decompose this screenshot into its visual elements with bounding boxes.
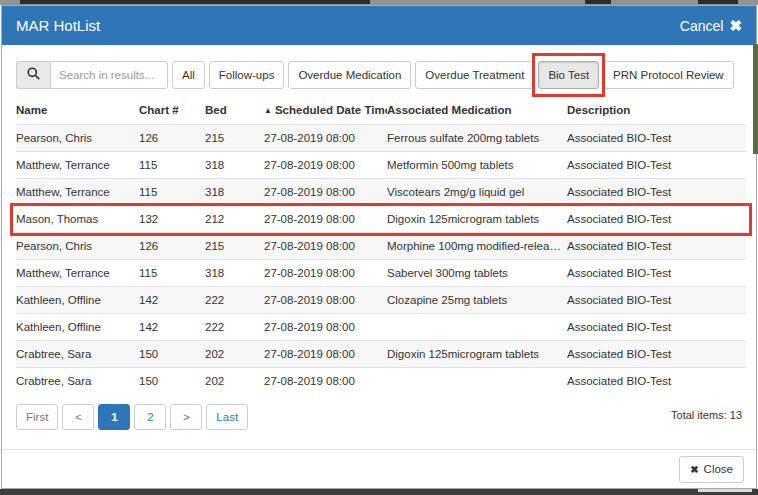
filter-button-follow-ups[interactable]: Follow-ups (209, 61, 285, 89)
cell-medication (387, 314, 567, 341)
cell-medication: Metformin 500mg tablets (387, 152, 567, 179)
cell-chart: 126 (139, 233, 205, 260)
total-items-label: Total items: 13 (671, 404, 742, 421)
cell-name: Mason, Thomas (16, 206, 139, 233)
column-header-medication[interactable]: Associated Medication (387, 100, 567, 125)
table-row[interactable]: Matthew, Terrance11531827-08-2019 08:00V… (16, 179, 746, 206)
cell-medication: Digoxin 125microgram tablets (387, 206, 567, 233)
cell-scheduled: 27-08-2019 08:00 (264, 125, 387, 152)
page-title: MAR HotList (16, 17, 100, 34)
table-header-row: Name Chart # Bed ▲Scheduled Date Time As… (16, 100, 746, 125)
column-header-scheduled[interactable]: ▲Scheduled Date Time (264, 100, 387, 125)
cell-scheduled: 27-08-2019 08:00 (264, 233, 387, 260)
cell-medication: Digoxin 125microgram tablets (387, 341, 567, 368)
cell-name: Kathleen, Offline (16, 287, 139, 314)
background-artifact (20, 0, 370, 4)
cell-medication: Ferrous sulfate 200mg tablets (387, 125, 567, 152)
background-artifact (698, 489, 752, 492)
cell-scheduled: 27-08-2019 08:00 (264, 314, 387, 341)
table-row[interactable]: Matthew, Terrance11531827-08-2019 08:00S… (16, 260, 746, 287)
close-button[interactable]: ✖ Close (679, 456, 744, 483)
cell-chart: 150 (139, 368, 205, 395)
filter-button-all[interactable]: All (172, 61, 205, 89)
cell-description: Associated BIO-Test (567, 233, 746, 260)
cell-chart: 115 (139, 179, 205, 206)
cell-description: Associated BIO-Test (567, 125, 746, 152)
cell-scheduled: 27-08-2019 08:00 (264, 368, 387, 395)
modal-body: All Follow-ups Overdue Medication Overdu… (2, 45, 756, 449)
cell-chart: 142 (139, 287, 205, 314)
pagination-page-2-button[interactable]: 2 (134, 404, 166, 430)
close-icon: ✖ (729, 17, 742, 35)
cell-bed: 202 (205, 368, 264, 395)
search-input[interactable] (50, 61, 168, 89)
table-row[interactable]: Matthew, Terrance11531827-08-2019 08:00M… (16, 152, 746, 179)
filter-button-bio-test[interactable]: Bio Test (538, 61, 599, 89)
cell-medication (387, 368, 567, 395)
cell-description: Associated BIO-Test (567, 179, 746, 206)
cell-scheduled: 27-08-2019 08:00 (264, 287, 387, 314)
close-label: Close (704, 463, 733, 475)
cell-name: Kathleen, Offline (16, 314, 139, 341)
cell-chart: 142 (139, 314, 205, 341)
cell-chart: 115 (139, 260, 205, 287)
cell-chart: 126 (139, 125, 205, 152)
modal-header: MAR HotList Cancel ✖ (2, 6, 756, 45)
pagination: First < 1 2 > Last (16, 404, 252, 430)
column-header-bed[interactable]: Bed (205, 100, 264, 125)
mar-hotlist-modal: MAR HotList Cancel ✖ All Follow-ups Over… (1, 5, 757, 489)
cell-chart: 115 (139, 152, 205, 179)
modal-footer: ✖ Close (2, 449, 756, 488)
table-row[interactable]: Pearson, Chris12621527-08-2019 08:00Morp… (16, 233, 746, 260)
cancel-button[interactable]: Cancel ✖ (680, 17, 742, 35)
cell-name: Pearson, Chris (16, 233, 139, 260)
cell-chart: 150 (139, 341, 205, 368)
filter-button-prn-protocol-review[interactable]: PRN Protocol Review (603, 61, 734, 89)
table-row-highlighted[interactable]: Mason, Thomas13221227-08-2019 08:00Digox… (16, 206, 746, 233)
cell-bed: 222 (205, 287, 264, 314)
background-page-bottom-edge (0, 489, 758, 495)
cell-description: Associated BIO-Test (567, 152, 746, 179)
pagination-row: First < 1 2 > Last Total items: 13 (16, 404, 742, 430)
filter-button-overdue-medication[interactable]: Overdue Medication (288, 61, 411, 89)
filter-button-overdue-treatment[interactable]: Overdue Treatment (415, 61, 534, 89)
column-header-name[interactable]: Name (16, 100, 139, 125)
table-row[interactable]: Crabtree, Sara15020227-08-2019 08:00Digo… (16, 341, 746, 368)
pagination-next-button[interactable]: > (170, 404, 202, 430)
table-row[interactable]: Kathleen, Offline14222227-08-2019 08:00A… (16, 314, 746, 341)
pagination-last-button[interactable]: Last (206, 404, 248, 430)
cell-name: Matthew, Terrance (16, 152, 139, 179)
background-artifact (585, 0, 611, 4)
table-row[interactable]: Crabtree, Sara15020227-08-2019 08:00Asso… (16, 368, 746, 395)
pagination-page-1-button[interactable]: 1 (98, 404, 130, 430)
table-row[interactable]: Kathleen, Offline14222227-08-2019 08:00C… (16, 287, 746, 314)
column-header-description[interactable]: Description (567, 100, 746, 125)
pagination-prev-button[interactable]: < (62, 404, 94, 430)
sort-ascending-icon: ▲ (264, 106, 272, 115)
cell-scheduled: 27-08-2019 08:00 (264, 341, 387, 368)
cell-description: Associated BIO-Test (567, 341, 746, 368)
table-row[interactable]: Pearson, Chris12621527-08-2019 08:00Ferr… (16, 125, 746, 152)
cell-description: Associated BIO-Test (567, 260, 746, 287)
cell-description: Associated BIO-Test (567, 206, 746, 233)
cell-name: Matthew, Terrance (16, 179, 139, 206)
cell-bed: 215 (205, 233, 264, 260)
search-button[interactable] (16, 61, 50, 89)
cell-bed: 222 (205, 314, 264, 341)
cell-description: Associated BIO-Test (567, 287, 746, 314)
background-artifact (698, 0, 738, 4)
cell-bed: 318 (205, 152, 264, 179)
search-icon (27, 66, 40, 84)
cell-medication: Clozapine 25mg tablets (387, 287, 567, 314)
results-grid: Name Chart # Bed ▲Scheduled Date Time As… (16, 100, 742, 395)
cell-bed: 215 (205, 125, 264, 152)
cell-bed: 202 (205, 341, 264, 368)
column-header-chart[interactable]: Chart # (139, 100, 205, 125)
close-icon: ✖ (690, 464, 698, 475)
cell-name: Matthew, Terrance (16, 260, 139, 287)
cell-description: Associated BIO-Test (567, 314, 746, 341)
cell-description: Associated BIO-Test (567, 368, 746, 395)
pagination-first-button[interactable]: First (16, 404, 58, 430)
filter-bar: All Follow-ups Overdue Medication Overdu… (16, 61, 742, 89)
cell-scheduled: 27-08-2019 08:00 (264, 152, 387, 179)
